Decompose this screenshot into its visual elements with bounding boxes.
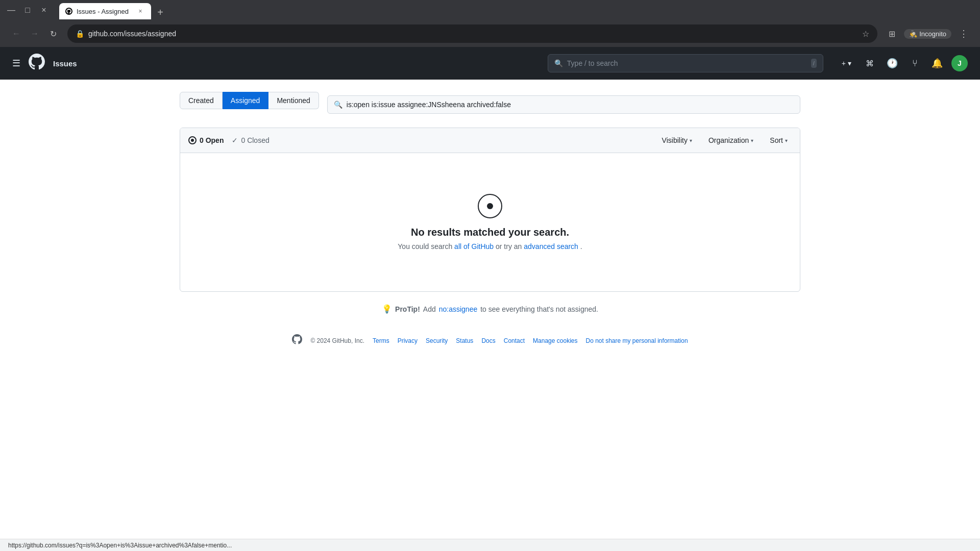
issues-header-label: Issues — [53, 59, 77, 68]
page-content: Created Assigned Mentioned 🔍 0 Open ✓ 0 … — [163, 80, 817, 371]
footer-contact-link[interactable]: Contact — [504, 337, 525, 344]
incognito-badge: 🕵 Incognito — [904, 29, 951, 39]
github-header: ☰ Issues 🔍 Type / to search / + ▾ ⌘ 🕐 ⑂ … — [0, 47, 980, 80]
empty-icon-dot — [487, 203, 493, 209]
organization-label: Organization — [708, 136, 749, 144]
new-tab-button[interactable]: + — [153, 5, 167, 19]
protip-suffix: to see everything that's not assigned. — [480, 305, 598, 313]
global-search-bar[interactable]: 🔍 Type / to search / — [548, 54, 823, 72]
footer-docs-link[interactable]: Docs — [481, 337, 495, 344]
plus-icon: + — [842, 59, 846, 67]
empty-desc-prefix: You could search — [398, 242, 454, 251]
bulb-icon: 💡 — [382, 304, 392, 314]
advanced-search-link[interactable]: advanced search — [524, 242, 578, 251]
browser-titlebar: — □ × Issues - Assigned × + — [0, 0, 980, 20]
closed-issues-count[interactable]: ✓ 0 Closed — [232, 136, 269, 144]
incognito-icon: 🕵 — [909, 30, 917, 38]
open-issues-count[interactable]: 0 Open — [188, 136, 224, 144]
notifications-button[interactable]: 🔔 — [929, 55, 945, 71]
footer-do-not-share-link[interactable]: Do not share my personal information — [585, 337, 688, 344]
sort-dropdown[interactable]: Sort ▾ — [766, 134, 792, 146]
tab-favicon — [65, 8, 72, 15]
footer-terms-link[interactable]: Terms — [373, 337, 389, 344]
filter-search-box[interactable]: 🔍 — [327, 95, 800, 114]
bookmark-icon: ☆ — [862, 29, 869, 39]
no-assignee-link[interactable]: no:assignee — [439, 305, 478, 313]
empty-desc-middle: or try an — [496, 242, 524, 251]
header-actions: + ▾ ⌘ 🕐 ⑂ 🔔 J — [838, 55, 968, 71]
copyright-text: © 2024 GitHub, Inc. — [310, 337, 364, 344]
empty-desc-suffix: . — [580, 242, 582, 251]
closed-check-icon: ✓ — [232, 136, 238, 144]
address-bar: ← → ↻ 🔒 github.com/issues/assigned ☆ ⊞ 🕵… — [0, 20, 980, 47]
nav-buttons: ← → ↻ — [8, 26, 61, 42]
empty-title: No results matched your search. — [411, 227, 569, 238]
open-count-label: 0 Open — [200, 136, 224, 144]
back-button[interactable]: ← — [8, 26, 24, 42]
clock-button[interactable]: 🕐 — [884, 55, 900, 71]
refresh-button[interactable]: ↻ — [45, 26, 61, 42]
hamburger-menu-button[interactable]: ☰ — [12, 58, 20, 69]
visibility-chevron-icon: ▾ — [690, 138, 692, 143]
protip-section: 💡 ProTip! Add no:assignee to see everyth… — [180, 304, 800, 314]
github-logo[interactable] — [29, 54, 45, 73]
plus-chevron: ▾ — [848, 59, 851, 67]
browser-window: — □ × Issues - Assigned × + ← → ↻ 🔒 gith… — [0, 0, 980, 47]
forward-button[interactable]: → — [27, 26, 43, 42]
organization-dropdown[interactable]: Organization ▾ — [704, 134, 757, 146]
closed-count-label: 0 Closed — [241, 136, 269, 144]
footer-github-logo — [292, 334, 302, 347]
tab-assigned[interactable]: Assigned — [223, 92, 269, 109]
slash-key: / — [811, 59, 817, 68]
all-github-link[interactable]: all of GitHub — [454, 242, 494, 251]
browser-menu-button[interactable]: ⋮ — [955, 26, 972, 42]
empty-state: No results matched your search. You coul… — [180, 153, 800, 291]
sort-label: Sort — [770, 136, 783, 144]
filter-search-icon: 🔍 — [334, 101, 342, 109]
protip-prefix: Add — [423, 305, 436, 313]
tabs-filter-row: Created Assigned Mentioned 🔍 — [180, 92, 800, 117]
issues-tabs: Created Assigned Mentioned — [180, 92, 319, 109]
tab-title: Issues - Assigned — [77, 8, 132, 15]
minimize-button[interactable]: — — [4, 3, 18, 17]
footer-status-link[interactable]: Status — [456, 337, 473, 344]
sort-chevron-icon: ▾ — [785, 138, 788, 143]
incognito-label: Incognito — [919, 30, 946, 38]
extensions-button[interactable]: ⊞ — [884, 26, 900, 42]
open-icon-inner — [191, 139, 194, 142]
footer-privacy-link[interactable]: Privacy — [398, 337, 418, 344]
create-new-button[interactable]: + ▾ — [838, 57, 855, 69]
visibility-label: Visibility — [662, 136, 688, 144]
protip-label: ProTip! — [395, 305, 420, 313]
terminal-button[interactable]: ⌘ — [862, 55, 878, 71]
issues-filter-dropdowns: Visibility ▾ Organization ▾ Sort ▾ — [658, 134, 792, 146]
close-window-button[interactable]: × — [37, 3, 51, 17]
maximize-button[interactable]: □ — [20, 3, 35, 17]
issues-container: 0 Open ✓ 0 Closed Visibility ▾ Organizat… — [180, 128, 800, 292]
empty-description: You could search all of GitHub or try an… — [398, 242, 582, 251]
pull-requests-button[interactable]: ⑂ — [906, 55, 923, 71]
open-issue-icon — [188, 136, 197, 144]
organization-chevron-icon: ▾ — [751, 138, 753, 143]
github-footer: © 2024 GitHub, Inc. Terms Privacy Securi… — [180, 314, 800, 359]
footer-manage-cookies-link[interactable]: Manage cookies — [533, 337, 577, 344]
footer-security-link[interactable]: Security — [426, 337, 448, 344]
search-kbd-hint: / — [811, 59, 817, 68]
browser-header-actions: ⊞ 🕵 Incognito ⋮ — [884, 26, 972, 42]
filter-bar: 🔍 — [327, 95, 800, 114]
search-icon: 🔍 — [554, 59, 563, 67]
address-bar-input[interactable]: 🔒 github.com/issues/assigned ☆ — [67, 24, 877, 43]
active-tab[interactable]: Issues - Assigned × — [59, 3, 151, 19]
user-avatar[interactable]: J — [951, 55, 968, 71]
tab-mentioned[interactable]: Mentioned — [268, 92, 318, 109]
visibility-dropdown[interactable]: Visibility ▾ — [658, 134, 696, 146]
tab-close-button[interactable]: × — [136, 7, 145, 16]
filter-search-input[interactable] — [347, 101, 794, 109]
tab-created[interactable]: Created — [180, 92, 223, 109]
url-display: github.com/issues/assigned — [88, 30, 858, 38]
window-controls: — □ × — [4, 3, 51, 17]
empty-state-icon — [478, 194, 502, 218]
lock-icon: 🔒 — [76, 30, 84, 38]
issues-list-header: 0 Open ✓ 0 Closed Visibility ▾ Organizat… — [180, 128, 800, 153]
tab-bar: Issues - Assigned × + — [55, 1, 976, 19]
